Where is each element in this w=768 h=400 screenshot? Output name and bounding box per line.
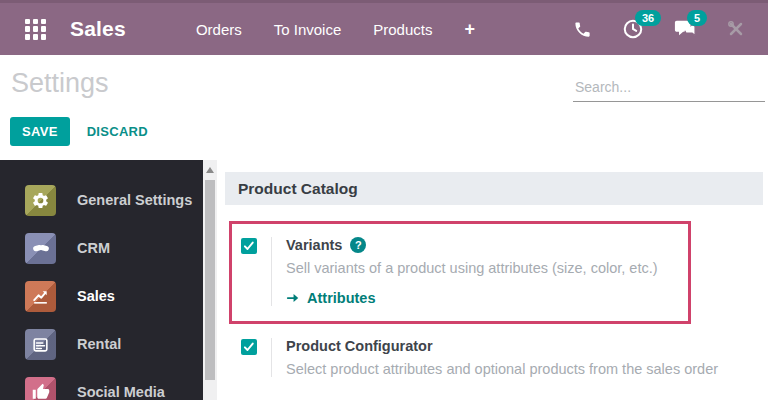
product-configurator-label: Product Configurator bbox=[286, 338, 433, 354]
sidebar-label: Social Media bbox=[77, 384, 165, 400]
vertical-scrollbar[interactable] bbox=[203, 160, 217, 400]
variants-description: Sell variants of a product using attribu… bbox=[286, 260, 678, 276]
settings-content: Product Catalog Variants ? Sell vari bbox=[217, 160, 768, 400]
attributes-link[interactable]: Attributes bbox=[286, 290, 678, 306]
setting-product-configurator: Product Configurator Select product attr… bbox=[241, 338, 768, 377]
sidebar-label: CRM bbox=[77, 240, 110, 256]
save-button[interactable]: SAVE bbox=[10, 117, 70, 146]
tools-icon[interactable] bbox=[726, 19, 746, 39]
top-navbar: Sales Orders To Invoice Products + 36 5 bbox=[0, 0, 768, 55]
variants-label: Variants bbox=[286, 237, 342, 253]
product-configurator-description: Select product attributes and optional p… bbox=[286, 361, 768, 377]
sidebar-label: Sales bbox=[77, 288, 115, 304]
page-title: Settings bbox=[11, 68, 109, 99]
settings-page: Sales Orders To Invoice Products + 36 5 bbox=[0, 0, 768, 400]
arrow-right-icon bbox=[286, 291, 300, 305]
messages-badge: 5 bbox=[687, 10, 707, 26]
sidebar-item-rental[interactable]: Rental bbox=[0, 320, 203, 368]
menu-to-invoice[interactable]: To Invoice bbox=[274, 21, 342, 38]
section-header-product-catalog: Product Catalog bbox=[225, 172, 763, 205]
control-panel: Settings SAVE DISCARD bbox=[0, 55, 768, 160]
scrollbar-up-arrow[interactable] bbox=[206, 167, 214, 173]
activities-badge: 36 bbox=[635, 10, 661, 26]
sidebar-item-sales[interactable]: Sales bbox=[0, 272, 203, 320]
top-menu: Orders To Invoice Products + bbox=[196, 19, 475, 40]
scrollbar-thumb[interactable] bbox=[205, 180, 215, 380]
discard-button[interactable]: DISCARD bbox=[87, 124, 148, 139]
action-buttons: SAVE DISCARD bbox=[10, 117, 148, 146]
gear-icon bbox=[25, 185, 56, 216]
product-configurator-checkbox[interactable] bbox=[241, 339, 257, 355]
schedule-icon bbox=[25, 329, 56, 360]
sidebar-item-general-settings[interactable]: General Settings bbox=[0, 176, 203, 224]
menu-products[interactable]: Products bbox=[373, 21, 432, 38]
apps-menu-icon[interactable] bbox=[25, 19, 46, 40]
search-box bbox=[573, 75, 765, 102]
systray: 36 5 bbox=[573, 18, 746, 40]
setting-variants: Variants ? Sell variants of a product us… bbox=[241, 237, 678, 306]
sidebar-label: Rental bbox=[77, 336, 121, 352]
sidebar-item-crm[interactable]: CRM bbox=[0, 224, 203, 272]
activities-clock-icon[interactable]: 36 bbox=[622, 18, 644, 40]
variants-setting-highlight: Variants ? Sell variants of a product us… bbox=[229, 221, 691, 324]
sidebar-item-social-media[interactable]: Social Media bbox=[0, 368, 203, 400]
chart-icon bbox=[25, 281, 56, 312]
phone-icon[interactable] bbox=[573, 20, 592, 39]
help-icon[interactable]: ? bbox=[350, 237, 366, 253]
handshake-icon bbox=[25, 233, 56, 264]
settings-sidebar: General Settings CRM Sales Rental bbox=[0, 160, 203, 400]
sidebar-label: General Settings bbox=[77, 192, 192, 208]
messages-chat-icon[interactable]: 5 bbox=[674, 18, 696, 40]
thumbs-up-icon bbox=[25, 377, 56, 400]
menu-orders[interactable]: Orders bbox=[196, 21, 242, 38]
app-name[interactable]: Sales bbox=[70, 17, 126, 41]
variants-checkbox[interactable] bbox=[241, 238, 257, 254]
plus-icon[interactable]: + bbox=[464, 19, 475, 40]
search-input[interactable] bbox=[573, 75, 765, 102]
